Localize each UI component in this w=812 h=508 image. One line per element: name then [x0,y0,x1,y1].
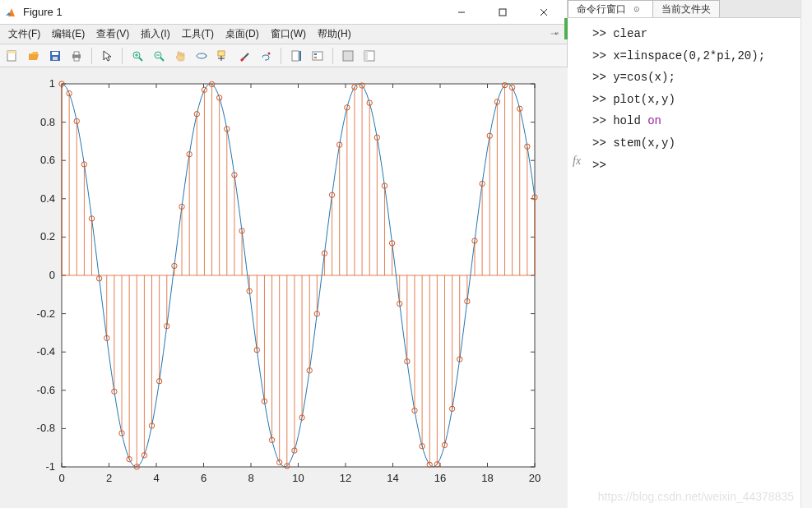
svg-rect-34 [364,51,368,61]
pan-button[interactable] [171,47,189,65]
y-tick-label: 0.8 [40,116,55,128]
menu-insert[interactable]: 插入(I) [136,25,174,43]
open-button[interactable] [25,47,43,65]
svg-line-15 [139,58,142,61]
menubar: 文件(F) 编辑(E) 查看(V) 插入(I) 工具(T) 桌面(D) 窗口(W… [0,25,567,44]
command-line: >> [574,155,794,177]
zoom-out-button[interactable] [150,47,168,65]
zoom-in-button[interactable] [128,47,146,65]
link-button[interactable] [257,47,275,65]
y-tick-label: -0.2 [37,307,55,320]
brush-button[interactable] [235,47,253,65]
x-tick-label: 4 [153,472,159,484]
command-line: >> x=linspace(0,2*pi,20); [574,45,794,67]
x-tick-label: 20 [529,472,541,484]
titlebar: Figure 1 [0,0,567,25]
x-tick-label: 10 [292,472,304,484]
close-button[interactable] [526,0,562,25]
x-tick-label: 0 [58,472,64,484]
menu-help[interactable]: 帮助(H) [313,25,356,43]
menu-edit[interactable]: 编辑(E) [47,25,90,43]
x-tick-label: 16 [434,472,446,484]
svg-rect-28 [299,51,301,61]
tab-label: 命令行窗口 [577,2,626,16]
tab-label: 当前文件夹 [661,2,711,16]
hide-tools-button[interactable] [339,47,357,65]
fx-prompt-icon: fx [573,155,581,168]
x-tick-label: 6 [201,472,206,484]
legend-button[interactable] [309,47,327,65]
y-tick-label: -0.4 [37,345,55,358]
svg-rect-7 [7,51,16,53]
y-tick-label: 0.2 [40,230,55,242]
svg-point-26 [268,52,271,54]
colorbar-button[interactable] [287,47,305,65]
svg-rect-22 [218,51,225,56]
svg-rect-29 [313,52,322,60]
command-window[interactable]: https://blog.csdn.net/weixin_44378835 >>… [568,18,800,508]
x-tick-label: 14 [387,472,398,484]
watermark: https://blog.csdn.net/weixin_44378835 [598,490,794,503]
show-tools-button[interactable] [360,47,378,65]
y-tick-label: 0 [49,269,55,281]
svg-rect-9 [52,52,58,55]
tab-dropdown-icon[interactable]: ⊙ [629,5,644,13]
y-tick-label: -0.8 [37,422,55,434]
svg-rect-32 [343,51,353,61]
rotate3d-button[interactable] [193,47,211,65]
svg-rect-12 [74,52,79,55]
y-tick-label: 0.4 [40,192,55,205]
menu-tools[interactable]: 工具(T) [177,25,219,43]
command-line: >> clear [574,23,794,45]
y-tick-label: 0.6 [40,154,55,166]
menu-file[interactable]: 文件(F) [3,25,45,43]
window-title: Figure 1 [23,6,63,18]
command-line: >> stem(x,y) [574,132,794,155]
new-figure-button[interactable] [3,47,21,65]
figure-window: Figure 1 文件(F) 编辑(E) 查看(V) 插入(I) 工具(T) 桌… [0,0,568,508]
svg-rect-27 [292,51,299,61]
svg-rect-13 [74,58,79,61]
svg-line-19 [160,58,164,61]
toolbar-separator [122,48,123,64]
command-line: >> plot(x,y) [574,89,794,111]
tab-current-folder[interactable]: 当前文件夹 [652,0,720,17]
toolbar-separator [91,48,92,64]
tab-command-window[interactable]: 命令行窗口 ⊙ [568,0,653,17]
command-line: >> hold on [574,110,794,132]
right-tabs: 命令行窗口 ⊙ 当前文件夹 [568,0,800,18]
maximize-button[interactable] [485,0,521,25]
x-tick-label: 12 [340,472,351,484]
x-tick-label: 18 [481,472,493,484]
x-tick-label: 2 [106,472,112,484]
toolbar-separator [281,48,281,64]
figure-axes[interactable]: 02468101214161820-1-0.8-0.6-0.4-0.200.20… [0,67,567,508]
print-button[interactable] [67,47,86,65]
menu-view[interactable]: 查看(V) [91,25,134,43]
svg-line-25 [244,53,248,58]
menu-desktop[interactable]: 桌面(D) [220,25,264,43]
x-tick-label: 8 [248,472,253,484]
minimize-button[interactable] [443,0,480,25]
y-tick-label: 1 [49,77,55,90]
svg-rect-10 [53,57,58,60]
menu-window[interactable]: 窗口(W) [266,25,311,43]
pointer-button[interactable] [98,47,116,65]
matlab-logo-icon [5,6,18,19]
y-tick-label: -1 [45,460,55,473]
toolbar-separator [332,48,333,64]
scrollbar-stub [800,0,812,508]
svg-marker-0 [8,8,15,16]
dock-icon[interactable]: ⭲ [545,28,564,40]
save-button[interactable] [46,47,64,65]
right-panel: 命令行窗口 ⊙ 当前文件夹 https://blog.csdn.net/weix… [568,0,800,508]
y-tick-label: -0.6 [37,384,55,396]
svg-rect-3 [499,9,506,16]
datacursor-button[interactable] [214,47,232,65]
command-line: >> y=cos(x); [574,67,794,89]
toolbar [0,44,567,67]
